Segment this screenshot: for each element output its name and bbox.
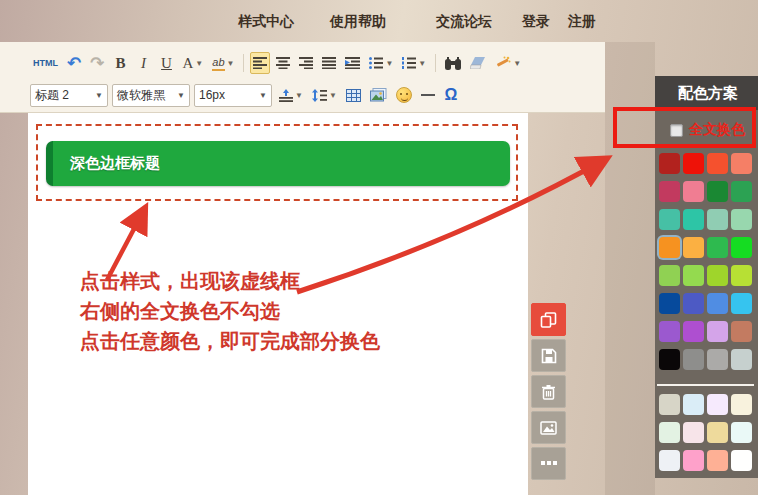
align-right-icon [299, 57, 313, 69]
color-swatch[interactable] [683, 153, 704, 174]
html-source-button[interactable]: HTML [30, 52, 61, 74]
line-height-button[interactable]: ▼ [276, 84, 306, 106]
trash-icon [541, 384, 556, 400]
save-button[interactable] [531, 339, 566, 372]
styled-title-banner[interactable]: 深色边框标题 [46, 141, 510, 186]
color-swatch[interactable] [659, 450, 680, 471]
special-char-button[interactable]: Ω [441, 84, 461, 106]
color-swatch[interactable] [659, 293, 680, 314]
chevron-down-icon: ▼ [95, 91, 103, 100]
more-button[interactable] [531, 447, 566, 480]
color-swatch[interactable] [683, 237, 704, 258]
chevron-down-icon: ▼ [385, 59, 393, 68]
color-swatch[interactable] [731, 237, 752, 258]
color-swatch[interactable] [731, 450, 752, 471]
color-swatch[interactable] [731, 181, 752, 202]
color-swatch[interactable] [707, 394, 728, 415]
nav-login[interactable]: 登录 [522, 13, 550, 31]
color-swatch[interactable] [683, 293, 704, 314]
delete-button[interactable] [531, 375, 566, 408]
font-color-button[interactable]: A▼ [180, 52, 207, 74]
paragraph-spacing-button[interactable]: ▼ [309, 84, 340, 106]
find-replace-button[interactable] [442, 52, 464, 74]
align-right-button[interactable] [296, 52, 316, 74]
color-swatch[interactable] [683, 265, 704, 286]
nav-style-center[interactable]: 样式中心 [238, 13, 294, 31]
ordered-list-button[interactable]: ▼ [399, 52, 429, 74]
eraser-icon [470, 57, 486, 69]
align-center-button[interactable] [273, 52, 293, 74]
color-swatch[interactable] [707, 209, 728, 230]
color-swatch[interactable] [731, 209, 752, 230]
color-swatch[interactable] [659, 153, 680, 174]
color-swatch[interactable] [683, 209, 704, 230]
align-center-icon [276, 57, 290, 69]
font-family-select[interactable]: 微软雅黑▼ [112, 84, 190, 107]
color-swatch[interactable] [731, 293, 752, 314]
color-swatch[interactable] [659, 181, 680, 202]
horizontal-rule-button[interactable] [418, 84, 438, 106]
nav-forum[interactable]: 交流论坛 [436, 13, 492, 31]
color-swatch[interactable] [707, 422, 728, 443]
full-text-recolor-label: 全文换色 [689, 121, 745, 139]
color-swatch[interactable] [659, 422, 680, 443]
highlight-color-button[interactable]: ab▼ [209, 52, 237, 74]
chevron-down-icon: ▼ [329, 91, 337, 100]
unordered-list-button[interactable]: ▼ [366, 52, 396, 74]
color-swatch[interactable] [659, 321, 680, 342]
color-swatch[interactable] [731, 153, 752, 174]
editor-canvas[interactable]: 深色边框标题 点击样式，出现该虚线框 右侧的全文换色不勾选 点击任意颜色，即可完… [28, 113, 528, 495]
underline-button[interactable]: U [157, 52, 177, 74]
color-swatch[interactable] [683, 181, 704, 202]
color-swatch[interactable] [659, 209, 680, 230]
redo-button[interactable]: ↷ [87, 52, 107, 74]
color-swatch[interactable] [707, 153, 728, 174]
toolbar-row-2: 标题 2▼ 微软雅黑▼ 16px▼ ▼ ▼ Ω [30, 83, 464, 107]
color-swatch[interactable] [731, 394, 752, 415]
color-swatch[interactable] [683, 394, 704, 415]
color-swatch[interactable] [707, 450, 728, 471]
nav-help[interactable]: 使用帮助 [330, 13, 386, 31]
color-swatch[interactable] [731, 349, 752, 370]
magic-style-button[interactable]: ▼ [492, 52, 524, 74]
color-swatch[interactable] [683, 422, 704, 443]
toolbar-row-1: HTML ↶ ↷ B I U A▼ ab▼ ▼ ▼ [30, 51, 527, 75]
color-swatch[interactable] [707, 321, 728, 342]
copy-style-button[interactable] [531, 303, 566, 336]
color-swatch[interactable] [659, 349, 680, 370]
color-swatch[interactable] [659, 394, 680, 415]
clear-format-button[interactable] [467, 52, 489, 74]
color-swatch[interactable] [731, 265, 752, 286]
font-size-select[interactable]: 16px▼ [194, 84, 272, 107]
color-swatch[interactable] [731, 321, 752, 342]
bold-button[interactable]: B [111, 52, 131, 74]
color-swatch[interactable] [731, 422, 752, 443]
color-swatch[interactable] [707, 349, 728, 370]
color-swatch[interactable] [707, 265, 728, 286]
image-icon [540, 421, 557, 435]
align-left-button[interactable] [250, 52, 270, 74]
insert-image-button[interactable] [367, 84, 390, 106]
color-swatch[interactable] [707, 293, 728, 314]
indent-button[interactable] [342, 52, 363, 74]
color-swatch[interactable] [659, 237, 680, 258]
color-swatch[interactable] [659, 265, 680, 286]
color-swatch[interactable] [683, 450, 704, 471]
italic-button[interactable]: I [134, 52, 154, 74]
insert-table-button[interactable] [343, 84, 364, 106]
full-text-recolor-checkbox[interactable] [670, 124, 683, 137]
align-justify-button[interactable] [319, 52, 339, 74]
color-swatch[interactable] [707, 237, 728, 258]
insert-image-side-button[interactable] [531, 411, 566, 444]
heading-select[interactable]: 标题 2▼ [30, 84, 108, 107]
color-swatch[interactable] [683, 349, 704, 370]
ellipsis-icon [541, 461, 557, 466]
color-swatch[interactable] [707, 181, 728, 202]
chevron-down-icon: ▼ [195, 59, 203, 68]
undo-button[interactable]: ↶ [64, 52, 84, 74]
nav-register[interactable]: 注册 [568, 13, 596, 31]
chevron-down-icon: ▼ [418, 59, 426, 68]
color-swatch[interactable] [683, 321, 704, 342]
top-nav: 样式中心 使用帮助 交流论坛 登录 注册 [238, 13, 596, 31]
emoji-button[interactable] [393, 84, 415, 106]
